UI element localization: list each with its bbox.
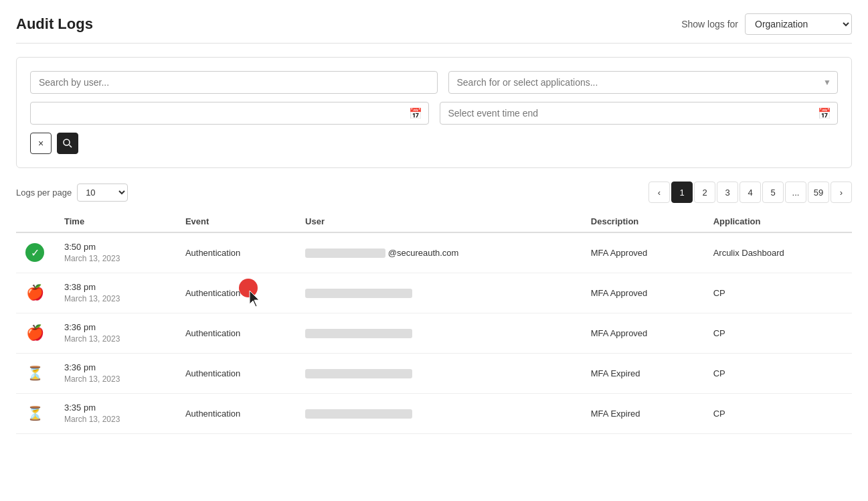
application-cell: CP <box>705 313 852 353</box>
filters-row-2: March 12, 2023 03:50 pm 📅 📅 <box>30 102 838 125</box>
event-cell: Authentication <box>177 393 297 433</box>
svg-line-1 <box>70 145 72 148</box>
start-date-wrapper: March 12, 2023 03:50 pm 📅 <box>30 102 429 125</box>
search-user-input[interactable] <box>30 71 438 94</box>
application-cell: CP <box>705 273 852 313</box>
table-row: 🍎 3:36 pm March 13, 2023 Authentication … <box>16 313 852 353</box>
user-cell <box>297 273 583 313</box>
description-cell: MFA Expired <box>583 393 705 433</box>
time-date: March 13, 2023 <box>64 334 169 345</box>
time-cell: 3:36 pm March 13, 2023 <box>56 353 177 393</box>
pagination-next[interactable]: › <box>831 182 852 203</box>
pagination-prev[interactable]: ‹ <box>648 182 670 203</box>
pagination-page-1[interactable]: 1 <box>671 182 693 203</box>
search-button[interactable] <box>57 133 78 154</box>
time-main: 3:35 pm <box>64 402 169 414</box>
table-row: ⏳ 3:36 pm March 13, 2023 Authentication … <box>16 353 852 393</box>
table-body: ✓ 3:50 pm March 13, 2023 Authentication … <box>16 232 852 433</box>
table-row: 🍎 3:38 pm March 13, 2023 Authentication <box>16 273 852 313</box>
end-date-input[interactable] <box>440 102 839 125</box>
user-cell: @secureauth.com <box>297 232 583 273</box>
search-icon <box>62 138 73 149</box>
time-cell: 3:35 pm March 13, 2023 <box>56 393 177 433</box>
row-icon-cell: ⏳ <box>16 393 56 433</box>
event-label: Authentication <box>185 288 240 298</box>
pagination-page-59[interactable]: 59 <box>808 182 829 203</box>
event-cell: Authentication <box>177 313 297 353</box>
col-description: Description <box>583 211 705 232</box>
pagination-page-5[interactable]: 5 <box>762 182 784 203</box>
pagination: ‹ 1 2 3 4 5 ... 59 › <box>648 182 852 203</box>
audit-log-table: Time Event User Description Application … <box>16 211 852 434</box>
user-cell <box>297 313 583 353</box>
time-date: March 13, 2023 <box>64 374 169 385</box>
row-icon-cell: 🍎 <box>16 313 56 353</box>
time-date: March 13, 2023 <box>64 253 169 265</box>
table-row: ✓ 3:50 pm March 13, 2023 Authentication … <box>16 232 852 273</box>
logs-per-page-select[interactable]: 10 25 50 100 <box>77 184 128 202</box>
application-cell: CP <box>705 393 852 433</box>
col-event: Event <box>177 211 297 232</box>
hourglass-icon: ⏳ <box>25 404 44 423</box>
application-cell: Arculix Dashboard <box>705 232 852 273</box>
show-logs-for-label: Show logs for <box>681 19 738 29</box>
time-main: 3:36 pm <box>64 362 169 374</box>
search-apps-input[interactable] <box>448 71 839 94</box>
user-email: @secureauth.com <box>388 248 459 258</box>
page-header: Audit Logs Show logs for Organization Us… <box>16 13 852 44</box>
user-blur <box>305 369 412 378</box>
description-cell: MFA Approved <box>583 273 705 313</box>
filters-card: ▼ March 12, 2023 03:50 pm 📅 📅 × <box>16 57 852 168</box>
event-cell: Authentication <box>177 273 297 313</box>
time-date: March 13, 2023 <box>64 414 169 425</box>
col-time: Time <box>56 211 177 232</box>
col-user: User <box>297 211 583 232</box>
show-logs-for-container: Show logs for Organization User Applicat… <box>681 13 852 35</box>
pagination-page-2[interactable]: 2 <box>694 182 715 203</box>
pagination-ellipsis: ... <box>785 182 806 203</box>
pagination-page-4[interactable]: 4 <box>740 182 761 203</box>
end-date-wrapper: 📅 <box>440 102 839 125</box>
row-icon-cell: ✓ <box>16 232 56 273</box>
user-blur <box>305 409 412 419</box>
filter-actions: × <box>30 133 838 154</box>
row-icon-cell: ⏳ <box>16 353 56 393</box>
start-date-input[interactable]: March 12, 2023 03:50 pm <box>30 102 429 125</box>
event-cell: Authentication <box>177 232 297 273</box>
description-cell: MFA Approved <box>583 232 705 273</box>
user-blur <box>305 289 412 298</box>
table-header: Time Event User Description Application <box>16 211 852 232</box>
status-icon: ⏳ <box>24 362 46 384</box>
show-logs-for-select[interactable]: Organization User Application <box>745 13 852 35</box>
user-blur <box>305 248 385 258</box>
status-icon: ✓ <box>24 242 46 263</box>
time-main: 3:38 pm <box>64 281 169 293</box>
description-cell: MFA Expired <box>583 353 705 393</box>
check-icon: ✓ <box>25 243 44 262</box>
user-cell <box>297 353 583 393</box>
status-icon: 🍎 <box>24 322 46 344</box>
event-cell: Authentication <box>177 353 297 393</box>
time-cell: 3:38 pm March 13, 2023 <box>56 273 177 313</box>
filters-row-1: ▼ <box>30 71 838 94</box>
time-main: 3:50 pm <box>64 241 169 253</box>
table-row: ⏳ 3:35 pm March 13, 2023 Authentication … <box>16 393 852 433</box>
cursor-icon <box>247 289 263 308</box>
col-icon <box>16 211 56 232</box>
clear-button[interactable]: × <box>30 133 52 154</box>
time-cell: 3:50 pm March 13, 2023 <box>56 232 177 273</box>
logs-per-page-container: Logs per page 10 25 50 100 <box>16 184 128 202</box>
col-application: Application <box>705 211 852 232</box>
apple-icon: 🍎 <box>25 324 44 342</box>
row-icon-cell: 🍎 <box>16 273 56 313</box>
status-icon: ⏳ <box>24 403 46 424</box>
logs-per-page-label: Logs per page <box>16 188 72 198</box>
description-cell: MFA Approved <box>583 313 705 353</box>
user-cell <box>297 393 583 433</box>
application-cell: CP <box>705 353 852 393</box>
time-date: March 13, 2023 <box>64 293 169 305</box>
svg-marker-2 <box>250 291 259 307</box>
pagination-page-3[interactable]: 3 <box>717 182 738 203</box>
search-apps-container: ▼ <box>448 71 839 94</box>
svg-point-0 <box>64 139 70 145</box>
